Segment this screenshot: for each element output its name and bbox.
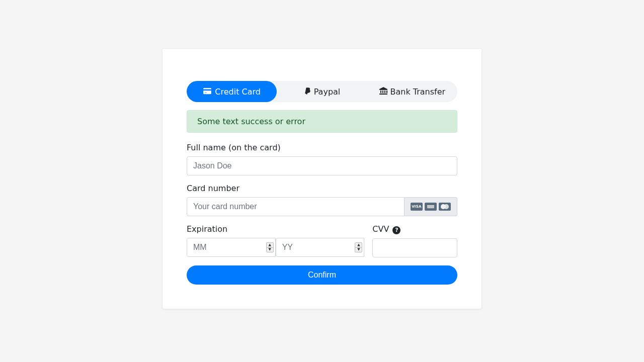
- cvv-input[interactable]: [372, 238, 457, 257]
- tab-bank-transfer[interactable]: Bank Transfer: [367, 81, 457, 102]
- tab-credit-card[interactable]: Credit Card: [187, 81, 277, 102]
- svg-rect-2: [427, 206, 434, 207]
- tab-bank-transfer-label: Bank Transfer: [390, 87, 446, 97]
- mastercard-icon: [439, 203, 451, 211]
- visa-icon: VISA: [411, 203, 423, 211]
- card-number-input[interactable]: [187, 197, 405, 216]
- tab-paypal-label: Paypal: [314, 87, 341, 97]
- amex-icon: [425, 203, 437, 211]
- card-number-label: Card number: [187, 184, 239, 193]
- year-stepper[interactable]: ▲▼: [355, 242, 362, 252]
- credit-card-icon: [203, 87, 212, 97]
- cvv-label: CVV ?: [372, 224, 400, 234]
- help-icon[interactable]: ?: [392, 226, 400, 234]
- payment-method-tabs: Credit Card Paypal Bank Transfer: [187, 81, 457, 102]
- status-alert: Some text success or error: [187, 110, 457, 133]
- payment-card: Credit Card Paypal Bank Transfer: [162, 48, 482, 309]
- status-alert-text: Some text success or error: [197, 117, 305, 126]
- expiration-year-input[interactable]: [276, 238, 365, 257]
- card-brand-icons: VISA: [405, 197, 457, 216]
- expiration-label: Expiration: [187, 224, 227, 234]
- confirm-button[interactable]: Confirm: [187, 265, 457, 285]
- expiration-month-input[interactable]: [187, 238, 276, 257]
- paypal-icon: [304, 86, 311, 97]
- full-name-input[interactable]: [187, 156, 457, 175]
- month-stepper[interactable]: ▲▼: [266, 242, 274, 252]
- svg-rect-3: [427, 208, 434, 208]
- svg-rect-1: [427, 205, 434, 206]
- bank-icon: [379, 86, 387, 97]
- tab-paypal[interactable]: Paypal: [277, 81, 367, 102]
- tab-credit-card-label: Credit Card: [215, 87, 261, 97]
- full-name-label: Full name (on the card): [187, 143, 281, 152]
